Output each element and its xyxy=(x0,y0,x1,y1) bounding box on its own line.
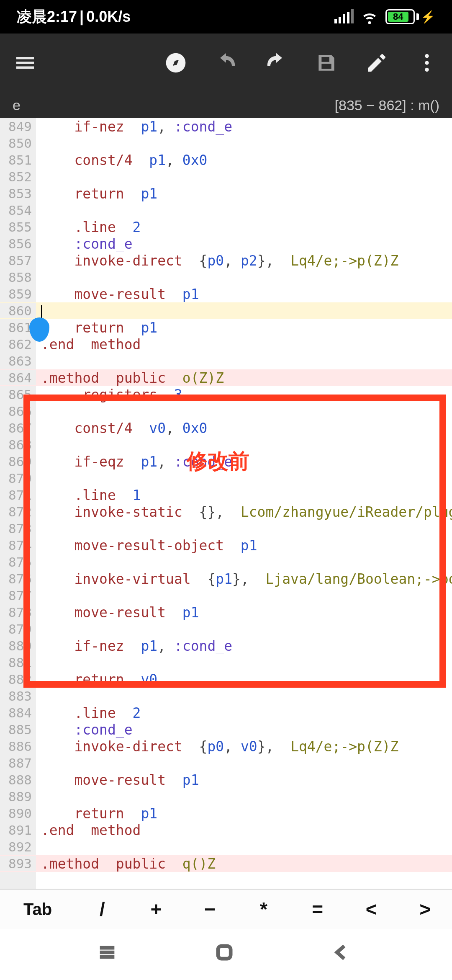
code-line[interactable]: 862.end method xyxy=(0,336,452,353)
line-code[interactable]: :cond_e xyxy=(36,236,452,252)
code-line[interactable]: 863 xyxy=(0,353,452,369)
code-line[interactable]: 854 xyxy=(0,202,452,219)
line-code[interactable]: move-result p1 xyxy=(36,286,452,302)
code-line[interactable]: 860 xyxy=(0,302,452,319)
signal-icon xyxy=(334,10,354,23)
code-line[interactable]: 881 xyxy=(0,654,452,671)
battery-pct: 84 xyxy=(388,12,408,22)
code-line[interactable]: 873 xyxy=(0,520,452,537)
code-line[interactable]: 877 xyxy=(0,587,452,604)
svg-point-1 xyxy=(425,54,429,58)
line-code[interactable] xyxy=(36,303,452,319)
code-line[interactable]: 856 :cond_e xyxy=(0,235,452,252)
symbol-key[interactable]: Tab xyxy=(0,890,75,929)
menu-button[interactable] xyxy=(13,50,38,75)
line-code[interactable]: move-result-object p1 xyxy=(36,537,452,554)
symbol-key[interactable]: > xyxy=(398,890,452,929)
symbol-key[interactable]: < xyxy=(344,890,398,929)
line-code[interactable]: .line 2 xyxy=(36,705,452,721)
svg-point-3 xyxy=(425,67,429,71)
line-code[interactable]: return p1 xyxy=(36,320,452,336)
code-line[interactable]: 878 move-result p1 xyxy=(0,604,452,621)
svg-point-2 xyxy=(425,61,429,64)
code-line[interactable]: 861 return p1 xyxy=(0,319,452,336)
code-line[interactable]: 893.method public q()Z xyxy=(0,855,452,872)
line-code[interactable]: .line 2 xyxy=(36,219,452,235)
line-number: 857 xyxy=(0,253,36,268)
line-code[interactable]: invoke-static {}, Lcom/zhangyue/iReader/… xyxy=(36,504,452,520)
nav-recents-button[interactable] xyxy=(96,941,121,967)
line-code[interactable]: invoke-direct {p0, p2}, Lq4/e;->p(Z)Z xyxy=(36,253,452,269)
line-number: 884 xyxy=(0,705,36,720)
edit-button[interactable] xyxy=(364,50,389,75)
symbol-key[interactable]: − xyxy=(183,890,237,929)
code-line[interactable]: 865 .registers 3 xyxy=(0,386,452,403)
line-code[interactable]: invoke-virtual {p1}, Ljava/lang/Boolean;… xyxy=(36,571,452,587)
undo-button[interactable] xyxy=(213,50,239,75)
line-code[interactable]: invoke-direct {p0, v0}, Lq4/e;->p(Z)Z xyxy=(36,738,452,755)
line-code[interactable]: const/4 v0, 0x0 xyxy=(36,420,452,436)
line-code[interactable]: :cond_e xyxy=(36,722,452,738)
symbol-key[interactable]: * xyxy=(237,890,291,929)
code-line[interactable]: 851 const/4 p1, 0x0 xyxy=(0,152,452,168)
code-line[interactable]: 852 xyxy=(0,168,452,185)
symbol-key[interactable]: = xyxy=(290,890,344,929)
code-line[interactable]: 888 move-result p1 xyxy=(0,771,452,788)
code-line[interactable]: 892 xyxy=(0,838,452,855)
nav-back-button[interactable] xyxy=(331,941,356,967)
code-line[interactable]: 866 xyxy=(0,403,452,420)
line-code[interactable]: if-nez p1, :cond_e xyxy=(36,119,452,135)
code-line[interactable]: 889 xyxy=(0,788,452,805)
code-line[interactable]: 879 xyxy=(0,621,452,637)
code-line[interactable]: 859 move-result p1 xyxy=(0,286,452,302)
code-line[interactable]: 891.end method xyxy=(0,822,452,838)
line-code[interactable]: move-result p1 xyxy=(36,604,452,621)
code-editor[interactable]: 849 if-nez p1, :cond_e850851 const/4 p1,… xyxy=(0,118,452,889)
line-code[interactable]: return p1 xyxy=(36,186,452,202)
code-line[interactable]: 886 invoke-direct {p0, v0}, Lq4/e;->p(Z)… xyxy=(0,738,452,755)
line-code[interactable]: .line 1 xyxy=(36,487,452,503)
code-line[interactable]: 855 .line 2 xyxy=(0,219,452,235)
line-code[interactable]: .end method xyxy=(36,822,452,838)
path-right: [835 − 862] : m() xyxy=(335,97,439,113)
code-line[interactable]: 853 return p1 xyxy=(0,185,452,202)
code-line[interactable]: 858 xyxy=(0,269,452,286)
symbol-key[interactable]: / xyxy=(75,890,129,929)
compass-icon[interactable] xyxy=(163,50,188,75)
line-number: 882 xyxy=(0,672,36,687)
line-code[interactable]: const/4 p1, 0x0 xyxy=(36,152,452,168)
line-code[interactable]: if-nez p1, :cond_e xyxy=(36,638,452,654)
code-line[interactable]: 890 return p1 xyxy=(0,805,452,822)
line-code[interactable]: move-result p1 xyxy=(36,772,452,788)
code-line[interactable]: 864.method public o(Z)Z xyxy=(0,369,452,386)
code-line[interactable]: 880 if-nez p1, :cond_e xyxy=(0,637,452,654)
code-line[interactable]: 849 if-nez p1, :cond_e xyxy=(0,118,452,135)
code-line[interactable]: 885 :cond_e xyxy=(0,721,452,738)
code-line[interactable]: 871 .line 1 xyxy=(0,487,452,503)
line-number: 870 xyxy=(0,471,36,486)
overflow-menu-button[interactable] xyxy=(414,50,439,75)
symbol-key[interactable]: + xyxy=(129,890,183,929)
code-line[interactable]: 882 return v0 xyxy=(0,671,452,688)
line-number: 860 xyxy=(0,303,36,318)
code-line[interactable]: 883 xyxy=(0,688,452,704)
code-line[interactable]: 867 const/4 v0, 0x0 xyxy=(0,420,452,436)
code-line[interactable]: 875 xyxy=(0,554,452,570)
line-code[interactable]: .registers 3 xyxy=(36,387,452,403)
line-code[interactable]: .method public q()Z xyxy=(36,856,452,872)
code-line[interactable]: 850 xyxy=(0,135,452,152)
line-code[interactable]: return p1 xyxy=(36,805,452,822)
code-line[interactable]: 857 invoke-direct {p0, p2}, Lq4/e;->p(Z)… xyxy=(0,252,452,269)
line-number: 893 xyxy=(0,856,36,871)
code-line[interactable]: 876 invoke-virtual {p1}, Ljava/lang/Bool… xyxy=(0,570,452,587)
code-line[interactable]: 872 invoke-static {}, Lcom/zhangyue/iRea… xyxy=(0,503,452,520)
code-line[interactable]: 874 move-result-object p1 xyxy=(0,537,452,554)
line-code[interactable]: .method public o(Z)Z xyxy=(36,370,452,386)
redo-button[interactable] xyxy=(264,50,289,75)
nav-home-button[interactable] xyxy=(213,941,239,967)
line-code[interactable]: .end method xyxy=(36,336,452,353)
save-button[interactable] xyxy=(314,50,339,75)
code-line[interactable]: 884 .line 2 xyxy=(0,704,452,721)
code-line[interactable]: 887 xyxy=(0,755,452,771)
line-code[interactable]: return v0 xyxy=(36,671,452,688)
